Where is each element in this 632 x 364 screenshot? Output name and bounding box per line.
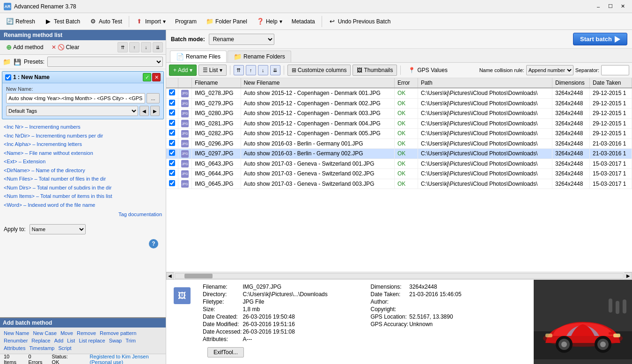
tag-documentation-link[interactable]: Tag documentation (4, 211, 162, 218)
move-bottom-button[interactable]: ⇊ (153, 42, 163, 52)
hscroll-track[interactable] (175, 273, 624, 279)
refresh-button[interactable]: 🔄 Refresh (2, 15, 39, 28)
row-checkbox-cell[interactable] (166, 159, 178, 169)
move-up-button[interactable]: ↑ (129, 42, 140, 52)
tag-link-dirname[interactable]: <DirName> – Name of the directory (4, 167, 162, 175)
folder-panel-button[interactable]: 📁 Folder Panel (202, 15, 251, 28)
tags-next-button[interactable]: ▶ (150, 106, 160, 116)
row-checkbox-cell[interactable] (166, 179, 178, 189)
table-row[interactable]: JPG IMG_0281.JPG Auto show 2015-12 - Cop… (166, 118, 632, 129)
batch-mode-select[interactable]: Rename Copy Move (209, 34, 274, 45)
hscroll-thumb[interactable] (184, 274, 213, 278)
row-checkbox-cell[interactable] (166, 169, 178, 179)
table-row[interactable]: JPG IMG_0278.JPG Auto show 2015-12 - Cop… (166, 88, 632, 98)
tags-select[interactable]: Default Tags (6, 106, 138, 116)
row-checkbox[interactable] (169, 150, 175, 156)
tab-rename-files[interactable]: 📄 Rename Files (170, 51, 227, 62)
col-dimensions[interactable]: Dimensions (552, 78, 590, 88)
thumbnails-button[interactable]: 🖼 Thumbnails (353, 65, 397, 76)
row-checkbox[interactable] (169, 109, 175, 116)
row-checkbox[interactable] (169, 170, 175, 176)
list-button[interactable]: ☰ List ▾ (198, 65, 227, 76)
table-row[interactable]: JPG IMG_0296.JPG Auto show 2016-03 - Ber… (166, 138, 632, 149)
row-checkbox[interactable] (169, 89, 175, 95)
tag-link-inc-alpha[interactable]: <Inc Alpha> – Incrementing letters (4, 140, 162, 148)
row-checkbox-cell[interactable] (166, 138, 178, 149)
sort-last-button[interactable]: ⇊ (270, 65, 280, 75)
metadata-button[interactable]: Metadata (287, 15, 319, 28)
table-row[interactable]: JPG IMG_0280.JPG Auto show 2015-12 - Cop… (166, 109, 632, 119)
clear-button[interactable]: ✕ 🚫 Clear (48, 43, 83, 52)
batch-link-swap[interactable]: Swap (108, 337, 123, 344)
batch-link-attributes[interactable]: Attributes (3, 345, 26, 351)
batch-link-list-replace[interactable]: List replace (78, 337, 106, 344)
hscroll-left-arrow[interactable]: ◀ (166, 272, 174, 280)
move-top-button[interactable]: ⇈ (118, 42, 128, 52)
batch-link-script[interactable]: Script (57, 345, 72, 351)
tag-link-num-dirs[interactable]: <Num Dirs> – Total number of subdirs in … (4, 184, 162, 192)
row-checkbox-cell[interactable] (166, 129, 178, 139)
undo-previous-batch-button[interactable]: ↩ Undo Previous Batch (324, 15, 395, 28)
sort-down-button[interactable]: ↓ (258, 65, 268, 75)
col-date-taken[interactable]: Date Taken (590, 78, 632, 88)
table-row[interactable]: JPG IMG_0279.JPG Auto show 2015-12 - Cop… (166, 98, 632, 109)
batch-link-remove[interactable]: Remove (76, 330, 97, 336)
row-checkbox[interactable] (169, 180, 175, 186)
registration-link[interactable]: Registered to Kim Jensen (Personal use) (90, 354, 162, 364)
tag-link-ext[interactable]: <Ext> – Extension (4, 158, 162, 166)
tag-link-num-files[interactable]: <Num Files> – Total number of files in t… (4, 175, 162, 183)
col-filename[interactable]: Filename (192, 78, 241, 88)
col-new-filename[interactable]: New Filename (241, 78, 394, 88)
row-checkbox-cell[interactable] (166, 109, 178, 119)
tag-link-inc-nr[interactable]: <Inc Nr> – Incrementing numbers (4, 123, 162, 131)
move-down-button[interactable]: ↓ (141, 42, 151, 52)
help-circle-button[interactable]: ? (149, 239, 158, 248)
batch-link-move[interactable]: Move (59, 330, 74, 336)
row-checkbox[interactable] (169, 130, 175, 136)
presets-folder-icon[interactable]: 📁 (3, 58, 11, 66)
tag-link-word[interactable]: <Word> – Indexed word of the file name (4, 201, 162, 209)
col-path[interactable]: Path (418, 78, 552, 88)
hscroll-area[interactable]: ◀ ▶ (166, 272, 632, 279)
add-method-button[interactable]: ⊕ Add method (3, 42, 47, 52)
row-checkbox-cell[interactable] (166, 88, 178, 98)
batch-link-list[interactable]: List (66, 337, 76, 344)
sort-up-button[interactable]: ↑ (246, 65, 256, 75)
tag-link-name[interactable]: <Name> – File name without extension (4, 149, 162, 157)
new-name-browse-button[interactable]: ... (147, 93, 160, 103)
row-checkbox-cell[interactable] (166, 98, 178, 109)
method-checkbox[interactable] (5, 74, 11, 80)
minimize-button[interactable]: – (593, 2, 604, 11)
name-collision-select[interactable]: Append number (526, 65, 573, 75)
auto-test-button[interactable]: ⚙ Auto Test (85, 15, 126, 28)
sort-first-button[interactable]: ⇈ (234, 65, 244, 75)
row-checkbox[interactable] (169, 160, 175, 166)
batch-link-trim[interactable]: Trim (125, 337, 137, 344)
table-row[interactable]: JPG IMG_0645.JPG Auto show 2017-03 - Gen… (166, 179, 632, 189)
maximize-button[interactable]: ☐ (605, 2, 616, 11)
start-batch-button[interactable]: Start batch (573, 33, 627, 45)
gps-values-button[interactable]: 📍 GPS Values (404, 66, 451, 75)
program-button[interactable]: Program (171, 15, 201, 28)
hscroll-right-arrow[interactable]: ▶ (625, 272, 632, 280)
add-files-button[interactable]: + Add ▾ (169, 65, 197, 76)
batch-link-new-case[interactable]: New Case (32, 330, 58, 336)
tags-prev-button[interactable]: ◀ (140, 106, 149, 116)
tag-link-inc-nrdir[interactable]: <Inc NrDir> – Incrementing numbers per d… (4, 132, 162, 140)
col-error[interactable]: Error (394, 78, 418, 88)
file-table-container[interactable]: Filename New Filename Error Path Dimensi… (166, 78, 632, 272)
method-ok-button[interactable]: ✓ (143, 73, 151, 81)
apply-to-select[interactable]: Name Extension Name and Extension (29, 224, 86, 234)
tab-rename-folders[interactable]: 📁 Rename Folders (228, 51, 291, 62)
row-checkbox[interactable] (169, 100, 175, 106)
table-row[interactable]: JPG IMG_0297.JPG Auto show 2016-03 - Ber… (166, 149, 632, 159)
table-row[interactable]: JPG IMG_0282.JPG Auto show 2015-12 - Cop… (166, 129, 632, 139)
table-row[interactable]: JPG IMG_0644.JPG Auto show 2017-03 - Gen… (166, 169, 632, 179)
table-row[interactable]: JPG IMG_0643.JPG Auto show 2017-03 - Gen… (166, 159, 632, 169)
presets-save-icon[interactable]: 💾 (14, 58, 21, 66)
close-button[interactable]: ✕ (617, 2, 628, 11)
tag-link-num-items[interactable]: <Num Items> – Total number of items in t… (4, 192, 162, 200)
row-checkbox[interactable] (169, 140, 175, 146)
batch-link-timestamp[interactable]: Timestamp (28, 345, 55, 351)
row-checkbox-cell[interactable] (166, 149, 178, 159)
